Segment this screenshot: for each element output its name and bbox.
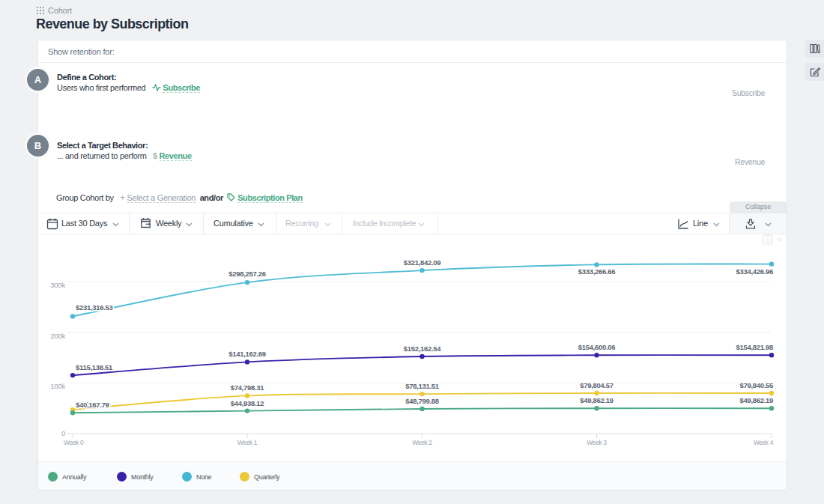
svg-text:$115,138.51: $115,138.51: [76, 363, 113, 371]
svg-text:Week 3: Week 3: [587, 439, 607, 446]
svg-text:$152,162.54: $152,162.54: [404, 344, 442, 353]
svg-text:$40,167.79: $40,167.79: [76, 401, 109, 409]
svg-text:$334,426.96: $334,426.96: [736, 267, 773, 276]
svg-text:200k: 200k: [50, 332, 65, 340]
svg-text:$74,798.31: $74,798.31: [231, 383, 265, 392]
svg-text:100k: 100k: [50, 382, 65, 390]
svg-text:$49,862.19: $49,862.19: [739, 396, 773, 404]
svg-text:$321,842.09: $321,842.09: [404, 258, 441, 267]
svg-text:$141,162.69: $141,162.69: [228, 350, 266, 358]
svg-text:0: 0: [61, 429, 65, 437]
svg-text:$78,131.51: $78,131.51: [405, 382, 440, 390]
svg-text:$79,840.55: $79,840.55: [739, 381, 774, 389]
svg-text:$298,257.26: $298,257.26: [228, 270, 266, 278]
svg-text:$333,266.66: $333,266.66: [578, 267, 616, 276]
svg-text:$79,804.57: $79,804.57: [580, 381, 614, 389]
svg-text:$48,799.88: $48,799.88: [405, 397, 439, 405]
svg-text:Week 1: Week 1: [237, 439, 258, 446]
svg-text:$154,821.98: $154,821.98: [736, 343, 773, 351]
svg-text:$154,600.06: $154,600.06: [578, 343, 616, 351]
svg-text:300k: 300k: [50, 281, 65, 289]
svg-text:$44,938.12: $44,938.12: [231, 399, 264, 407]
svg-text:Week 4: Week 4: [754, 439, 774, 446]
svg-text:$49,862.19: $49,862.19: [580, 396, 614, 404]
svg-text:Week 0: Week 0: [64, 439, 84, 446]
svg-text:Week 2: Week 2: [412, 439, 432, 446]
svg-text:$231,316.53: $231,316.53: [76, 303, 113, 312]
